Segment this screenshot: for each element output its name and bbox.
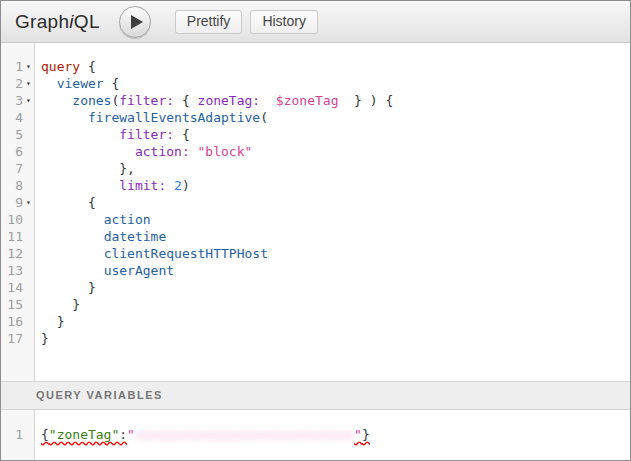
line-number: 5 <box>1 126 23 143</box>
token-punct: { <box>174 93 197 108</box>
line-number: 14 <box>1 279 23 296</box>
fold-spacer <box>23 211 34 228</box>
code-line[interactable]: } <box>41 313 630 330</box>
code-line[interactable]: action: "block" <box>41 143 630 160</box>
line-number: 4 <box>1 109 23 126</box>
fold-toggle-icon[interactable]: ▾ <box>23 58 34 75</box>
token-property: firewallEventsAdaptive <box>88 110 260 125</box>
gutter-row: 15 <box>1 296 34 313</box>
token-string: " <box>354 427 362 442</box>
code-line[interactable]: firewallEventsAdaptive( <box>41 109 630 126</box>
code-line[interactable]: viewer { <box>41 75 630 92</box>
query-editor[interactable]: 1▾2▾3▾456789▾1011121314151617 query { vi… <box>1 43 630 381</box>
fold-toggle-icon[interactable]: ▾ <box>23 92 34 109</box>
line-number: 11 <box>1 228 23 245</box>
gutter-row: 4 <box>1 109 34 126</box>
gutter-row: 7 <box>1 160 34 177</box>
line-number: 15 <box>1 296 23 313</box>
token-property: zones <box>72 93 111 108</box>
token-punct: }, <box>41 161 135 176</box>
fold-spacer <box>23 296 34 313</box>
code-line[interactable]: filter: { <box>41 126 630 143</box>
line-number: 10 <box>1 211 23 228</box>
gutter-row: 11 <box>1 228 34 245</box>
gutter-row: 5 <box>1 126 34 143</box>
fold-spacer <box>23 228 34 245</box>
fold-spacer <box>23 330 34 347</box>
token-plain <box>41 178 119 193</box>
code-line[interactable]: datetime <box>41 228 630 245</box>
gutter-row: 6 <box>1 143 34 160</box>
prettify-button[interactable]: Prettify <box>175 10 243 34</box>
fold-spacer <box>23 262 34 279</box>
token-punct: } <box>362 427 370 442</box>
query-variables-title-bar[interactable]: QUERY VARIABLES <box>1 381 630 410</box>
line-number: 12 <box>1 245 23 262</box>
code-line[interactable]: action <box>41 211 630 228</box>
gutter-row: 1 <box>1 426 34 443</box>
gutter-row: 14 <box>1 279 34 296</box>
line-number: 3 <box>1 92 23 109</box>
fold-toggle-icon[interactable]: ▾ <box>23 75 34 92</box>
logo-text: Graph <box>15 11 69 32</box>
token-json_key: "zoneTag" <box>49 427 119 442</box>
token-variable: $zoneTag <box>276 93 339 108</box>
play-icon <box>131 15 143 29</box>
fold-spacer <box>23 126 34 143</box>
token-plain <box>41 127 119 142</box>
token-punct: } <box>41 280 96 295</box>
logo-text: QL <box>74 11 100 32</box>
gutter-row: 8 <box>1 177 34 194</box>
execute-query-button[interactable] <box>119 6 151 38</box>
graphiql-window: GraphiQL Prettify History 1▾2▾3▾456789▾1… <box>0 0 631 461</box>
token-punct: { <box>41 427 49 442</box>
code-line[interactable]: clientRequestHTTPHost <box>41 245 630 262</box>
line-number: 7 <box>1 160 23 177</box>
token-attribute: limit: <box>119 178 166 193</box>
code-line[interactable]: } <box>41 330 630 347</box>
line-number: 13 <box>1 262 23 279</box>
token-property: userAgent <box>104 263 174 278</box>
token-plain <box>41 263 104 278</box>
history-button[interactable]: History <box>250 10 318 34</box>
code-line[interactable]: } <box>41 296 630 313</box>
graphiql-logo: GraphiQL <box>15 11 100 33</box>
code-line[interactable]: zones(filter: { zoneTag: $zoneTag } ) { <box>41 92 630 109</box>
token-punct: { <box>104 76 120 91</box>
fold-spacer <box>23 177 34 194</box>
gutter-row: 16 <box>1 313 34 330</box>
code-line[interactable]: { <box>41 194 630 211</box>
variables-editor-code[interactable]: {"zoneTag":"xxxxxxxxxxxxxxxxxxxxxxxxxxxx… <box>35 410 630 460</box>
code-line[interactable]: {"zoneTag":"xxxxxxxxxxxxxxxxxxxxxxxxxxxx… <box>41 426 630 443</box>
line-number: 2 <box>1 75 23 92</box>
code-line[interactable]: }, <box>41 160 630 177</box>
line-number: 9 <box>1 194 23 211</box>
token-property: datetime <box>104 229 167 244</box>
token-attribute: filter: <box>119 93 174 108</box>
variables-editor[interactable]: 1 {"zoneTag":"xxxxxxxxxxxxxxxxxxxxxxxxxx… <box>1 410 630 460</box>
code-line[interactable]: limit: 2) <box>41 177 630 194</box>
gutter-row: 12 <box>1 245 34 262</box>
fold-spacer <box>23 313 34 330</box>
line-number: 8 <box>1 177 23 194</box>
token-punct: } <box>41 314 64 329</box>
query-editor-code[interactable]: query { viewer { zones(filter: { zoneTag… <box>35 43 630 381</box>
token-punct: { <box>80 59 96 74</box>
fold-toggle-icon[interactable]: ▾ <box>23 194 34 211</box>
code-line[interactable]: query { <box>41 58 630 75</box>
token-redacted: xxxxxxxxxxxxxxxxxxxxxxxxxxxx <box>135 427 354 442</box>
line-number: 1 <box>1 58 23 75</box>
fold-spacer <box>23 143 34 160</box>
gutter-row: 17 <box>1 330 34 347</box>
line-number: 6 <box>1 143 23 160</box>
token-plain <box>41 110 88 125</box>
token-attribute: filter: <box>119 127 174 142</box>
code-line[interactable]: userAgent <box>41 262 630 279</box>
code-line[interactable]: } <box>41 279 630 296</box>
gutter-row: 13 <box>1 262 34 279</box>
token-plain <box>41 144 135 159</box>
gutter-row: 2▾ <box>1 75 34 92</box>
fold-spacer <box>23 279 34 296</box>
token-plain <box>41 246 104 261</box>
token-property: viewer <box>57 76 104 91</box>
